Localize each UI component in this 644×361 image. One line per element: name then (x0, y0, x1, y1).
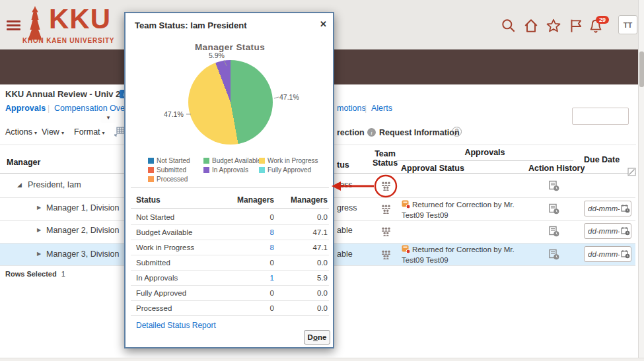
status-row-percent: 5.9 (262, 274, 328, 282)
view-label: View (42, 127, 59, 137)
status-row-label: Fully Approved (136, 289, 186, 297)
legend-column-3: Work in Progress Fully Approved (259, 157, 318, 176)
legend-swatch (259, 158, 265, 164)
team-status-icon[interactable] (380, 250, 392, 259)
legend-item: Submitted (148, 166, 190, 174)
status-row-percent: 0.0 (262, 259, 328, 267)
return-for-correction-fragment[interactable]: rection (337, 128, 365, 137)
tree-expand-toggle[interactable]: ▶ (37, 227, 41, 233)
status-row-percent: 47.1 (262, 228, 328, 236)
done-label-part: D (308, 333, 313, 341)
tab-promotions-fragment[interactable]: motions (337, 104, 366, 113)
legend-column-2: Budget Available In Approvals (203, 157, 261, 176)
vertical-scrollbar-thumb[interactable] (639, 51, 644, 87)
tree-expand-toggle[interactable]: ▶ (37, 251, 41, 257)
status-row-separator (131, 285, 329, 286)
dialog-title: Team Status: Iam President (135, 20, 247, 30)
search-icon[interactable] (501, 18, 517, 34)
legend-label: Work in Progress (268, 157, 318, 164)
column-header-approval-status[interactable]: Approval Status (401, 164, 464, 173)
status-row-label: Not Started (136, 213, 174, 221)
done-button[interactable]: Done (304, 330, 330, 345)
status-cell-fragment: gress (337, 203, 357, 213)
status-cell-fragment: ress (337, 180, 353, 189)
detach-handle-icon[interactable] (627, 168, 636, 176)
team-status-icon[interactable] (380, 227, 392, 236)
view-menu[interactable]: View▾ (42, 127, 64, 137)
actions-label: Actions (5, 127, 32, 137)
horizontal-scrollbar[interactable] (0, 358, 644, 361)
status-table-header-managers-pct: Managers (262, 195, 328, 205)
rows-selected-status: Rows Selected 1 (5, 270, 65, 278)
manager-cell[interactable]: Manager 1, Division (46, 203, 119, 213)
status-row-label: Budget Available (136, 228, 192, 236)
approvals-group-underline (396, 160, 573, 161)
table-help-icon[interactable]: ? (452, 127, 462, 137)
action-history-icon[interactable] (548, 249, 559, 260)
status-table-header-border (131, 208, 329, 209)
title-dropdown-icon[interactable]: ▾ (100, 112, 116, 123)
status-table-header-status: Status (136, 195, 161, 205)
legend-label: Budget Available (212, 157, 261, 164)
avatar[interactable]: TT (618, 15, 637, 34)
action-history-icon[interactable] (548, 180, 559, 191)
dropdown-arrow-icon: ▾ (107, 114, 110, 121)
hamburger-menu-icon[interactable] (7, 20, 20, 32)
date-picker-icon[interactable] (621, 204, 630, 213)
date-picker-icon[interactable] (621, 249, 630, 259)
vertical-scrollbar[interactable] (638, 0, 644, 361)
legend-item: Not Started (148, 157, 190, 164)
status-row-separator (131, 240, 329, 240)
pie-leader-lines (125, 40, 334, 152)
notification-badge: 29 (596, 16, 609, 24)
status-table-bottom-border (131, 315, 329, 316)
action-history-icon[interactable] (548, 226, 559, 237)
manager-cell[interactable]: President, Iam (28, 180, 81, 189)
returned-document-icon (402, 245, 410, 253)
done-label-part: ne (318, 333, 326, 341)
column-header-due-date[interactable]: Due Date (584, 155, 620, 164)
help-glyph: ? (455, 128, 459, 135)
column-header-status-fragment[interactable]: tus (337, 160, 349, 170)
legend-swatch (203, 158, 209, 164)
breadcrumb-text: KKU Annual Review - Univ 2024 (5, 89, 135, 99)
actions-menu[interactable]: Actions▾ (5, 127, 37, 137)
status-cell-fragment: able (337, 249, 353, 259)
rows-selected-label: Rows Selected (5, 270, 57, 278)
status-row-percent: 0.0 (262, 289, 328, 297)
tab-alerts[interactable]: Alerts (371, 104, 392, 113)
action-history-icon[interactable] (548, 203, 559, 214)
manager-cell[interactable]: Manager 2, Division (46, 226, 119, 235)
legend-label: In Approvals (212, 166, 248, 174)
legend-item: Budget Available (203, 157, 261, 164)
manager-cell[interactable]: Manager 3, Division (46, 249, 119, 259)
tab-divider: | (48, 104, 50, 113)
approval-status-cell: Returned for Correction by Mr. Test09 Te… (402, 245, 524, 265)
legend-label: Submitted (157, 166, 186, 174)
column-header-action-history[interactable]: Action History (528, 164, 585, 173)
team-status-icon[interactable] (380, 205, 392, 214)
format-menu[interactable]: Format▾ (74, 127, 105, 137)
detailed-status-report-link[interactable]: Detailed Status Report (136, 321, 216, 330)
close-icon[interactable]: ✕ (320, 19, 327, 29)
status-row-separator (131, 270, 329, 271)
flag-icon[interactable] (568, 18, 584, 34)
team-status-icon[interactable] (380, 181, 392, 191)
home-icon[interactable] (523, 18, 539, 34)
caret-icon: ▾ (102, 130, 105, 136)
tab-approvals[interactable]: Approvals (5, 104, 46, 113)
legend-item: Processed (148, 176, 190, 183)
legend-label: Fully Approved (268, 166, 311, 174)
legend-item: Fully Approved (259, 166, 318, 174)
tree-expand-toggle[interactable]: ◢ (17, 181, 22, 188)
date-picker-icon[interactable] (621, 226, 630, 236)
legend-label: Not Started (157, 157, 190, 164)
column-header-manager[interactable]: Manager (7, 158, 40, 167)
tree-expand-toggle[interactable]: ▶ (37, 205, 41, 211)
status-row-label: Submitted (136, 259, 170, 267)
favorites-star-icon[interactable] (546, 18, 561, 34)
legend-swatch (148, 158, 154, 164)
legend-swatch (148, 167, 154, 173)
request-information-button[interactable]: Request Information (379, 128, 460, 137)
save-button[interactable]: Save (572, 108, 629, 125)
